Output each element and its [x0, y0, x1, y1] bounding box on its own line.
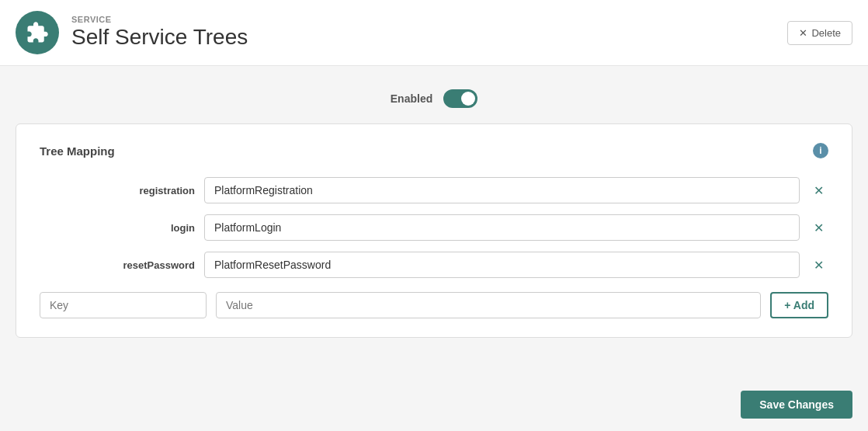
delete-label: Delete	[811, 27, 841, 39]
close-icon: ✕	[814, 184, 824, 197]
row-key-login: login	[40, 222, 195, 234]
add-label: + Add	[784, 299, 814, 311]
remove-login-button[interactable]: ✕	[809, 217, 828, 238]
page-wrapper: SERVICE Self Service Trees ✕ Delete Enab…	[0, 0, 868, 431]
row-key-resetpassword: resetPassword	[40, 259, 195, 271]
card-title: Tree Mapping	[40, 144, 115, 158]
table-row: login ✕	[40, 214, 828, 241]
enabled-label: Enabled	[391, 92, 432, 105]
header-left: SERVICE Self Service Trees	[16, 11, 248, 54]
service-icon	[16, 11, 59, 54]
mapping-rows: registration ✕ login ✕ resetPasswo	[40, 177, 828, 318]
tree-mapping-card: Tree Mapping i registration ✕ login	[16, 123, 852, 338]
plugin-icon	[26, 21, 49, 44]
enabled-toggle[interactable]	[443, 89, 477, 108]
page-title: Self Service Trees	[71, 24, 248, 50]
header-text: SERVICE Self Service Trees	[71, 15, 248, 50]
delete-button[interactable]: ✕ Delete	[787, 21, 852, 45]
info-icon-label: i	[819, 145, 821, 156]
delete-x-icon: ✕	[799, 27, 807, 39]
add-row: + Add	[40, 292, 828, 318]
header: SERVICE Self Service Trees ✕ Delete	[0, 0, 868, 66]
row-key-registration: registration	[40, 185, 195, 196]
reset-password-value-input[interactable]	[204, 252, 800, 278]
footer: Save Changes	[0, 381, 868, 431]
login-value-input[interactable]	[204, 214, 800, 241]
remove-registration-button[interactable]: ✕	[809, 180, 828, 201]
service-label: SERVICE	[71, 15, 248, 24]
close-icon: ✕	[814, 259, 824, 272]
close-icon: ✕	[814, 221, 824, 235]
save-changes-button[interactable]: Save Changes	[741, 391, 852, 419]
remove-resetpassword-button[interactable]: ✕	[809, 255, 828, 276]
enabled-row: Enabled	[16, 82, 852, 111]
table-row: registration ✕	[40, 177, 828, 203]
registration-value-input[interactable]	[204, 177, 800, 203]
main-content: Enabled Tree Mapping i registration	[0, 66, 868, 381]
info-icon[interactable]: i	[813, 143, 828, 158]
new-value-input[interactable]	[216, 292, 761, 318]
table-row: resetPassword ✕	[40, 252, 828, 278]
add-button[interactable]: + Add	[770, 292, 828, 318]
card-header: Tree Mapping i	[40, 143, 828, 158]
new-key-input[interactable]	[40, 292, 207, 318]
